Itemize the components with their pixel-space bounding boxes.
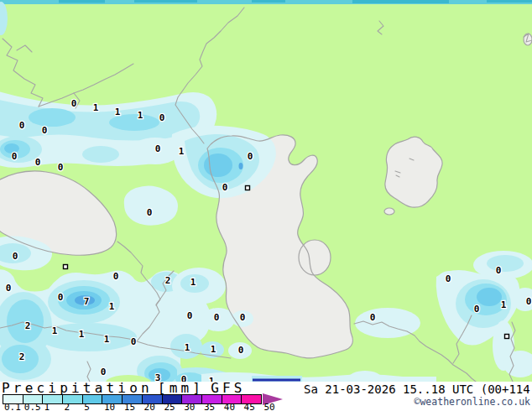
precip-value: 0 xyxy=(12,151,18,162)
precip-value: 2 xyxy=(25,320,31,331)
precip-value: 0 xyxy=(113,271,119,282)
precip-value: 1 xyxy=(52,325,58,336)
precip-value: 0 xyxy=(155,143,161,154)
precip-value: 0 xyxy=(370,312,376,323)
legend-tick-label: 50 xyxy=(263,403,274,411)
precip-value: 1 xyxy=(109,301,115,312)
precip-value: 0 xyxy=(71,98,77,109)
precip-value: 0 xyxy=(42,125,48,136)
precip-value: 0 xyxy=(101,367,107,377)
precip-value: 1 xyxy=(179,146,185,157)
precip-value: 0 xyxy=(446,273,451,284)
legend-tick-label: 20 xyxy=(144,403,155,411)
city-marker xyxy=(246,186,250,190)
precip-value: 0 xyxy=(496,265,502,276)
legend-tick-label: 45 xyxy=(244,403,255,411)
precip-value: 1 xyxy=(501,299,507,310)
precip-value: 0 xyxy=(526,296,532,307)
precip-value: 0 xyxy=(240,312,246,323)
legend-tick-label: 0.5 xyxy=(24,403,41,411)
precip-value: 0 xyxy=(58,292,64,303)
precip-value: 0 xyxy=(474,304,480,315)
precip-value: 0 xyxy=(6,283,12,294)
legend-tick-label: 35 xyxy=(204,403,215,411)
precip-value: 1 xyxy=(115,107,121,117)
precip-value: 0 xyxy=(159,112,165,123)
precip-value: 2 xyxy=(19,351,25,362)
legend-tick-label: 40 xyxy=(224,403,235,411)
legend-tick-label: 15 xyxy=(124,403,135,411)
copyright-text: ©weatheronline.co.uk xyxy=(415,397,530,408)
datetime-text: Sa 21-03-2026 15..18 UTC (00+114 xyxy=(304,383,530,396)
precip-value: 0 xyxy=(58,162,64,173)
precip-value: 2 xyxy=(165,275,171,286)
city-marker xyxy=(64,265,68,269)
precip-value: 0 xyxy=(13,251,18,262)
precip-value: 0 xyxy=(19,120,25,131)
precip-value: 0 xyxy=(147,207,153,218)
precip-value: 0 xyxy=(187,310,193,321)
precip-value: 0 xyxy=(35,157,41,168)
precip-value: 0 xyxy=(222,182,228,193)
city-marker xyxy=(505,335,509,339)
precip-value: 7 xyxy=(84,296,90,307)
precip-value: 0 xyxy=(238,345,244,356)
precip-value: 0 xyxy=(131,336,137,347)
legend-tick-label: 30 xyxy=(184,403,195,411)
precip-value: 1 xyxy=(93,102,99,113)
precip-value: 1 xyxy=(79,329,85,340)
legend-tick-label: 1 xyxy=(44,403,50,411)
precip-value: 1 xyxy=(190,277,196,288)
precip-value: 1 xyxy=(211,344,216,355)
legend-tick-label: 25 xyxy=(164,403,175,411)
legend-tick-label: 2 xyxy=(64,403,70,411)
precip-value: 1 xyxy=(104,334,110,345)
precip-value: 1 xyxy=(185,342,190,353)
precip-value: 1 xyxy=(138,110,143,121)
legend-tick-label: 10 xyxy=(104,403,115,411)
legend-tick-label: 5 xyxy=(84,403,90,411)
legend-title: Precipitation[mm]GFS xyxy=(2,382,246,394)
weather-map: 0111000000010000002007121110203100011001… xyxy=(0,0,532,382)
precip-value: 0 xyxy=(248,151,253,162)
precip-value: 0 xyxy=(214,312,220,323)
legend-tick-label: 0.1 xyxy=(4,403,21,411)
